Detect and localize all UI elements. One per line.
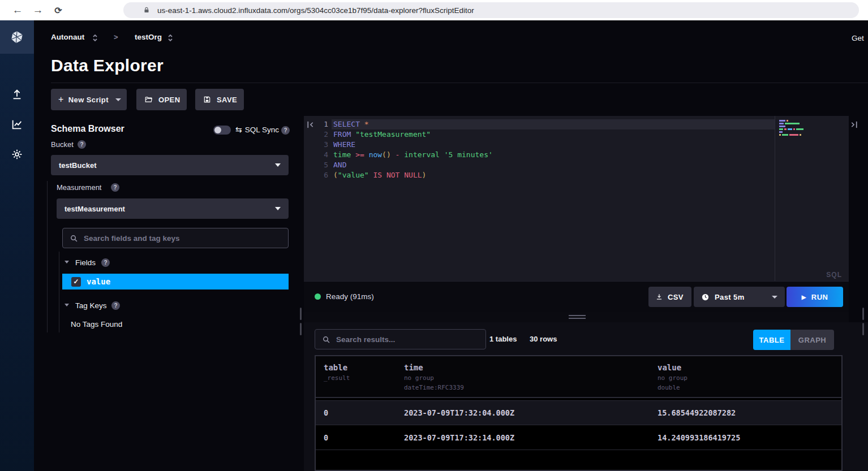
browser-back-icon[interactable]: ← bbox=[10, 3, 25, 18]
status-green-dot bbox=[315, 293, 321, 300]
csv-download-button[interactable]: CSV bbox=[648, 287, 691, 307]
run-label: RUN bbox=[811, 293, 828, 301]
column-header: timeno groupdateTime:RFC3339 bbox=[404, 363, 658, 397]
field-value-label: value bbox=[87, 277, 110, 286]
search-icon bbox=[70, 234, 78, 243]
plus-icon: + bbox=[58, 94, 64, 105]
fields-help-icon[interactable]: ? bbox=[101, 258, 110, 267]
field-item-value[interactable]: ✓ value bbox=[62, 274, 289, 289]
save-disk-icon bbox=[203, 96, 211, 103]
fields-expander-icon[interactable] bbox=[65, 261, 69, 263]
title-divider bbox=[51, 83, 868, 83]
data-explorer-graph-icon[interactable] bbox=[0, 115, 34, 134]
table-row[interactable]: 02023-07-09T17:32:14.000Z14.240993186419… bbox=[316, 425, 841, 450]
run-query-button[interactable]: ▶ RUN bbox=[787, 287, 843, 307]
influxdb-logo[interactable] bbox=[0, 20, 34, 54]
measurement-dropdown[interactable]: testMeasurement bbox=[57, 198, 289, 219]
collapse-right-panel-icon[interactable] bbox=[850, 120, 858, 131]
editor-language-badge: SQL bbox=[826, 271, 842, 279]
indent-guide bbox=[59, 252, 59, 332]
schema-browser-title: Schema Browser bbox=[51, 124, 124, 134]
url-text: us-east-1-1.aws.cloud2.influxdata.com/or… bbox=[157, 6, 474, 15]
chevron-down-icon bbox=[275, 207, 281, 210]
new-script-label: New Script bbox=[68, 96, 109, 104]
app-sidebar: ? bbox=[0, 20, 34, 471]
measurement-value: testMeasurement bbox=[65, 205, 275, 213]
no-tags-text: No Tags Found bbox=[71, 320, 122, 329]
tag-keys-help-icon[interactable]: ? bbox=[111, 301, 120, 310]
bucket-value: testBucket bbox=[59, 161, 275, 170]
breadcrumb-separator: > bbox=[114, 33, 118, 41]
results-panel: Search results... 1 tables 30 rows TABLE… bbox=[304, 322, 868, 471]
results-search-input[interactable]: Search results... bbox=[315, 329, 486, 349]
open-button[interactable]: OPEN bbox=[136, 89, 187, 110]
column-header: valueno groupdouble bbox=[658, 363, 841, 397]
editor-minimap[interactable] bbox=[779, 120, 807, 137]
browser-forward-icon[interactable]: → bbox=[31, 3, 45, 18]
chevron-down-icon bbox=[115, 98, 121, 101]
settings-gear-icon[interactable] bbox=[0, 145, 34, 164]
sql-sync-help-icon[interactable]: ? bbox=[281, 126, 290, 135]
time-range-dropdown[interactable]: Past 5m bbox=[694, 287, 785, 307]
clock-icon bbox=[701, 293, 710, 301]
chevron-down-icon bbox=[772, 296, 777, 299]
rows-count: 30 rows bbox=[530, 335, 557, 343]
breadcrumb-org[interactable]: Autonaut bbox=[51, 33, 84, 41]
status-message: Ready (91ms) bbox=[326, 292, 374, 301]
schema-search-input[interactable]: Search fields and tag keys bbox=[62, 228, 289, 248]
breadcrumb-workspace[interactable]: testOrg bbox=[135, 33, 162, 41]
panel-resize-handle-left[interactable] bbox=[300, 308, 302, 335]
help-icon[interactable]: ? bbox=[0, 469, 34, 471]
table-row[interactable]: 02023-07-09T17:32:04.000Z15.685449220872… bbox=[316, 400, 841, 425]
results-table-header: table_resulttimeno groupdateTime:RFC3339… bbox=[316, 356, 841, 398]
tab-table[interactable]: TABLE bbox=[753, 330, 790, 350]
get-link[interactable]: Get bbox=[852, 34, 864, 42]
page-title: Data Explorer bbox=[51, 56, 164, 75]
browser-chrome: ← → ⟳ us-east-1-1.aws.cloud2.influxdata.… bbox=[0, 0, 868, 20]
sql-editor[interactable]: 123456 SELECT *FROM "testMeasurement"WHE… bbox=[304, 116, 849, 281]
sql-sync-toggle[interactable] bbox=[213, 126, 231, 135]
collapse-left-panel-icon[interactable] bbox=[306, 120, 315, 131]
upload-icon[interactable] bbox=[0, 85, 34, 104]
query-status-bar: Ready (91ms) CSV Past 5m ▶ RUN bbox=[304, 281, 849, 312]
tag-keys-expander-icon[interactable] bbox=[65, 304, 69, 306]
org-switcher-icon[interactable] bbox=[92, 33, 98, 45]
time-range-value: Past 5m bbox=[715, 293, 772, 301]
tab-graph[interactable]: GRAPH bbox=[790, 330, 834, 350]
chevron-down-icon bbox=[275, 163, 281, 167]
folder-icon bbox=[144, 96, 153, 103]
results-table-rows: 02023-07-09T17:32:04.000Z15.685449220872… bbox=[316, 400, 841, 450]
toggle-knob bbox=[214, 127, 221, 133]
search-icon bbox=[322, 335, 330, 344]
sql-sync-label: ⇆SQL Sync bbox=[235, 125, 279, 134]
editor-minimap-divider bbox=[775, 116, 775, 281]
results-resize-splitter[interactable] bbox=[304, 312, 849, 322]
panel-resize-handle-right[interactable] bbox=[862, 308, 864, 335]
browser-refresh-icon[interactable]: ⟳ bbox=[51, 3, 66, 18]
indent-guide bbox=[47, 181, 48, 332]
code-area[interactable]: SELECT *FROM "testMeasurement"WHEREtime … bbox=[332, 119, 775, 180]
workspace-switcher-icon[interactable] bbox=[167, 33, 173, 45]
measurement-label: Measurement bbox=[57, 183, 101, 192]
new-script-button[interactable]: + New Script bbox=[51, 89, 127, 110]
save-button[interactable]: SAVE bbox=[195, 89, 244, 110]
fields-label: Fields bbox=[75, 258, 96, 267]
line-numbers: 123456 bbox=[316, 119, 328, 180]
download-icon bbox=[655, 293, 663, 301]
csv-label: CSV bbox=[668, 293, 684, 301]
results-search-placeholder: Search results... bbox=[336, 335, 395, 344]
bucket-dropdown[interactable]: testBucket bbox=[51, 155, 289, 175]
lock-icon bbox=[143, 6, 151, 14]
tag-keys-label: Tag Keys bbox=[75, 301, 107, 310]
tables-count: 1 tables bbox=[489, 335, 517, 343]
measurement-help-icon[interactable]: ? bbox=[111, 183, 119, 192]
bucket-help-icon[interactable]: ? bbox=[78, 140, 86, 149]
save-label: SAVE bbox=[217, 96, 237, 104]
browser-url-bar[interactable]: us-east-1-1.aws.cloud2.influxdata.com/or… bbox=[123, 2, 859, 18]
results-table: table_resulttimeno groupdateTime:RFC3339… bbox=[315, 355, 843, 471]
field-checkbox[interactable]: ✓ bbox=[71, 277, 81, 287]
sync-arrows-icon: ⇆ bbox=[235, 125, 242, 134]
play-icon: ▶ bbox=[802, 294, 806, 300]
open-label: OPEN bbox=[158, 96, 180, 104]
bucket-label: Bucket bbox=[51, 140, 74, 149]
